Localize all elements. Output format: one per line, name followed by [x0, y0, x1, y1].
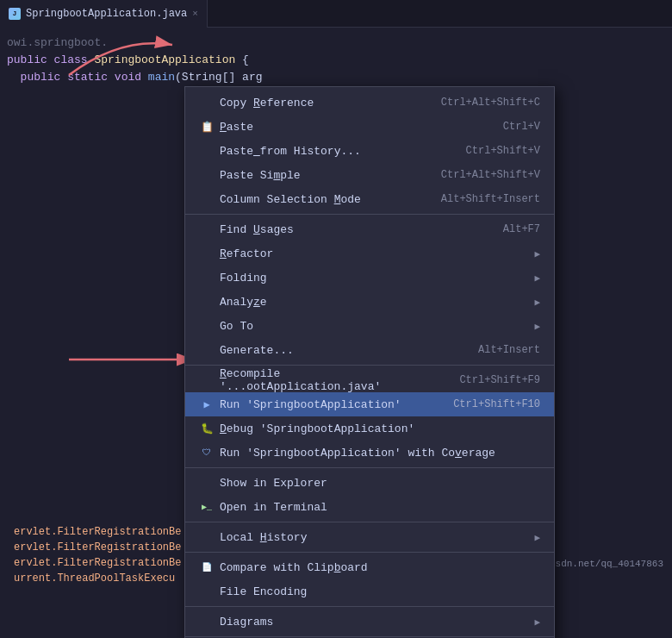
shortcut-paste-history: Ctrl+Shift+V [466, 145, 540, 157]
menu-item-copy-reference[interactable]: Copy Reference Ctrl+Alt+Shift+C [185, 91, 554, 115]
menu-label-recompile: Recompile '...ootApplication.java' [220, 367, 442, 393]
menu-item-show-explorer[interactable]: Show in Explorer [185, 471, 554, 495]
menu-item-run[interactable]: ▶ Run 'SpringbootApplication' Ctrl+Shift… [185, 392, 554, 416]
menu-item-paste-simple[interactable]: Paste Simple Ctrl+Alt+Shift+V [185, 163, 554, 187]
java-file-icon: J [9, 8, 21, 20]
submenu-arrow-diagrams: ▶ [534, 616, 540, 628]
submenu-arrow-goto: ▶ [534, 321, 540, 332]
compare-icon: 📄 [199, 560, 215, 575]
shortcut-find-usages: Alt+F7 [503, 223, 540, 235]
shortcut-copy-reference: Ctrl+Alt+Shift+C [441, 97, 540, 109]
shortcut-paste-simple: Ctrl+Alt+Shift+V [441, 169, 540, 181]
separator-7 [185, 636, 554, 637]
editor-area: owi.springboot. public class SpringbootA… [0, 28, 672, 638]
debug-icon: 🐛 [199, 421, 215, 436]
separator-5 [185, 552, 554, 553]
menu-label-generate: Generate... [220, 344, 461, 357]
menu-item-file-encoding[interactable]: File Encoding [185, 579, 554, 604]
menu-item-open-terminal[interactable]: ▶_ Open in Terminal [185, 495, 554, 519]
submenu-arrow-analyze: ▶ [534, 297, 540, 308]
menu-item-recompile[interactable]: Recompile '...ootApplication.java' Ctrl+… [185, 368, 554, 392]
menu-label-open-terminal: Open in Terminal [220, 501, 540, 514]
separator-2 [185, 365, 554, 366]
shortcut-paste: Ctrl+V [503, 121, 540, 133]
menu-label-local-history: Local History [220, 531, 527, 544]
menu-item-compare-clipboard[interactable]: 📄 Compare with Clipboard [185, 555, 554, 579]
paste-icon: 📋 [199, 119, 215, 134]
menu-label-paste-history: Paste from History... [220, 145, 449, 158]
tab-label: SpringbootApplication.java [26, 8, 187, 20]
code-line-main: public static void main(String[] arg [0, 69, 672, 86]
menu-label-show-explorer: Show in Explorer [220, 477, 540, 490]
menu-label-folding: Folding [220, 272, 527, 285]
code-line-package: owi.springboot. [0, 34, 672, 52]
tab-springboot[interactable]: J SpringbootApplication.java × [0, 0, 208, 28]
menu-item-analyze[interactable]: Analyze ▶ [185, 290, 554, 314]
run-icon: ▶ [199, 397, 215, 412]
menu-label-analyze: Analyze [220, 296, 527, 309]
shortcut-generate: Alt+Insert [478, 344, 540, 356]
menu-item-goto[interactable]: Go To ▶ [185, 314, 554, 338]
menu-item-column-selection[interactable]: Column Selection Mode Alt+Shift+Insert [185, 187, 554, 211]
shortcut-column-selection: Alt+Shift+Insert [441, 193, 540, 205]
separator-6 [185, 606, 554, 607]
separator-1 [185, 214, 554, 215]
menu-label-refactor: Refactor [220, 247, 527, 260]
shortcut-run: Ctrl+Shift+F10 [453, 398, 540, 410]
menu-label-run-coverage: Run 'SpringbootApplication' with Coverag… [220, 447, 540, 460]
menu-label-column-selection: Column Selection Mode [220, 193, 424, 206]
terminal-icon: ▶_ [199, 499, 215, 515]
menu-label-compare-clipboard: Compare with Clipboard [220, 561, 540, 574]
submenu-arrow-history: ▶ [534, 532, 540, 543]
menu-label-paste: Paste [220, 121, 486, 134]
menu-item-paste-history[interactable]: Paste from History... Ctrl+Shift+V [185, 139, 554, 163]
menu-label-paste-simple: Paste Simple [220, 169, 424, 182]
menu-label-find-usages: Find Usages [220, 223, 486, 236]
menu-label-goto: Go To [220, 320, 527, 333]
menu-label-copy-reference: Copy Reference [220, 97, 424, 109]
menu-label-file-encoding: File Encoding [220, 585, 540, 598]
menu-item-folding[interactable]: Folding ▶ [185, 266, 554, 290]
separator-4 [185, 522, 554, 522]
shortcut-recompile: Ctrl+Shift+F9 [459, 374, 540, 386]
menu-item-diagrams[interactable]: Diagrams ▶ [185, 610, 554, 634]
coverage-icon: 🛡 [199, 445, 215, 460]
separator-3 [185, 467, 554, 468]
submenu-arrow-refactor: ▶ [534, 248, 540, 260]
tab-bar: J SpringbootApplication.java × [0, 0, 672, 28]
menu-label-debug: Debug 'SpringbootApplication' [220, 422, 540, 435]
menu-item-local-history[interactable]: Local History ▶ [185, 525, 554, 549]
menu-item-generate[interactable]: Generate... Alt+Insert [185, 338, 554, 362]
tab-close-button[interactable]: × [192, 9, 198, 19]
menu-item-find-usages[interactable]: Find Usages Alt+F7 [185, 217, 554, 241]
submenu-arrow-folding: ▶ [534, 272, 540, 284]
menu-label-run: Run 'SpringbootApplication' [220, 398, 436, 411]
code-line-class: public class SpringbootApplication { [0, 52, 672, 69]
context-menu: Copy Reference Ctrl+Alt+Shift+C 📋 Paste … [184, 86, 555, 638]
menu-item-paste[interactable]: 📋 Paste Ctrl+V [185, 115, 554, 139]
menu-item-refactor[interactable]: Refactor ▶ [185, 241, 554, 266]
menu-item-debug[interactable]: 🐛 Debug 'SpringbootApplication' [185, 416, 554, 441]
menu-label-diagrams: Diagrams [220, 616, 527, 629]
menu-item-run-coverage[interactable]: 🛡 Run 'SpringbootApplication' with Cover… [185, 441, 554, 465]
